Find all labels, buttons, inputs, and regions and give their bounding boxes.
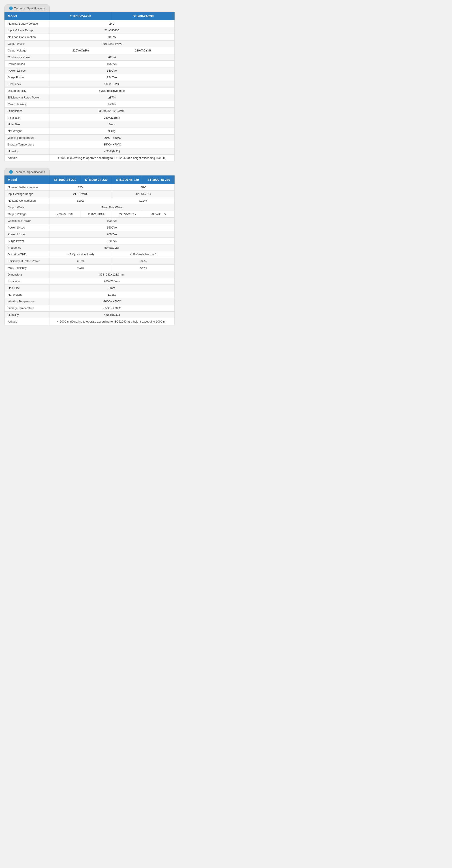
section-2-title: Technical Specifications bbox=[14, 170, 45, 174]
row-value: 230VAC±3% bbox=[143, 211, 174, 218]
row-label: Max. Efficiency bbox=[5, 101, 50, 108]
row-value: -20℃~ +50℃ bbox=[50, 298, 174, 305]
section-1-title: Technical Specifications bbox=[14, 7, 45, 10]
row-value: ≤12W bbox=[112, 197, 174, 204]
table-row: Working Temperature-20℃~ +50℃ bbox=[5, 298, 174, 305]
row-value: < 95%(N.C.) bbox=[50, 148, 174, 155]
row-value: 50Hz±0.2% bbox=[50, 244, 174, 251]
row-label: Frequency bbox=[5, 244, 50, 251]
row-label: Nominal Battery Voltage bbox=[5, 20, 50, 27]
row-label: Input Voltage Range bbox=[5, 27, 50, 34]
table-row: Output WavePure Sine Wave bbox=[5, 40, 174, 47]
row-value: 260×216mm bbox=[50, 278, 174, 285]
row-value: 700VA bbox=[50, 54, 174, 61]
row-value: 335×232×123.3mm bbox=[50, 108, 174, 114]
row-value: ≥93% bbox=[50, 101, 174, 108]
row-value: ≤10W bbox=[50, 197, 112, 204]
table-row: Input Voltage Range21 ~32VDC42 ~64VDC bbox=[5, 191, 174, 197]
table-row: Frequency50Hz±0.2% bbox=[5, 81, 174, 88]
row-value: -20℃~ +50℃ bbox=[50, 134, 174, 141]
row-value: 220VAC±3% bbox=[112, 211, 143, 218]
row-value: 1500VA bbox=[50, 224, 174, 231]
row-label: Dimensions bbox=[5, 108, 50, 114]
table-row: Humidity< 95%(N.C.) bbox=[5, 312, 174, 318]
table-row: Efficiency at Rated Power≥87%≥89% bbox=[5, 258, 174, 265]
row-label: Output Wave bbox=[5, 204, 50, 211]
row-value: ≥94% bbox=[112, 265, 174, 271]
table-header-row-1: Model STI700-24-220 STI700-24-230 bbox=[5, 12, 174, 20]
table-row: Power 10 sec1500VA bbox=[5, 224, 174, 231]
row-label: Storage Temperature bbox=[5, 305, 50, 312]
table-row: Nominal Battery Voltage24V bbox=[5, 20, 174, 27]
row-label: Working Temperature bbox=[5, 298, 50, 305]
table-row: Continuous Power1000VA bbox=[5, 218, 174, 224]
row-value: 24V bbox=[50, 20, 174, 27]
col-header-sti1000-24-220: STI1000-24-220 bbox=[50, 176, 81, 184]
col-header-sti700-24-220: STI700-24-220 bbox=[50, 12, 112, 20]
row-value: 1400VA bbox=[50, 67, 174, 74]
section-1: Technical Specifications Model STI700-24… bbox=[4, 4, 174, 161]
col-header-model-2: Model bbox=[5, 176, 50, 184]
col-header-sti700-24-230: STI700-24-230 bbox=[112, 12, 174, 20]
row-label: Input Voltage Range bbox=[5, 191, 50, 197]
section-2: Technical Specifications Model STI1000-2… bbox=[4, 168, 174, 325]
table-row: Installation230×216mm bbox=[5, 114, 174, 121]
table-row: Power 1.5 sec1400VA bbox=[5, 67, 174, 74]
row-value: 42 ~64VDC bbox=[112, 191, 174, 197]
row-value: 48V bbox=[112, 184, 174, 191]
section-2-header: Technical Specifications bbox=[4, 168, 174, 176]
row-value: Pure Sine Wave bbox=[50, 204, 174, 211]
row-label: Surge Power bbox=[5, 238, 50, 244]
row-value: 220VAC±3% bbox=[50, 211, 81, 218]
col-header-sti1000-48-230: STI1000-48-230 bbox=[143, 176, 174, 184]
table-row: Power 1.5 sec2000VA bbox=[5, 231, 174, 238]
row-label: Storage Temperature bbox=[5, 141, 50, 148]
table-row: Frequency50Hz±0.2% bbox=[5, 244, 174, 251]
row-label: Continuous Power bbox=[5, 54, 50, 61]
row-value: ≥89% bbox=[112, 258, 174, 265]
table-row: Altitude< 5000 m (Derating to operate ac… bbox=[5, 155, 174, 161]
table-row: No Load Consumption≤10W≤12W bbox=[5, 197, 174, 204]
table-row: Max. Efficiency≥93%≥94% bbox=[5, 265, 174, 271]
row-label: Efficiency at Rated Power bbox=[5, 258, 50, 265]
spec-table-2: Model STI1000-24-220 STI1000-24-230 STI1… bbox=[4, 176, 174, 325]
row-label: Frequency bbox=[5, 81, 50, 88]
row-label: Humidity bbox=[5, 312, 50, 318]
section-2-tab: Technical Specifications bbox=[4, 168, 50, 176]
table-row: Input Voltage Range21 ~32VDC bbox=[5, 27, 174, 34]
table-row: Net Weight9.4kg bbox=[5, 128, 174, 134]
row-value: 50Hz±0.2% bbox=[50, 81, 174, 88]
row-label: Output Voltage bbox=[5, 211, 50, 218]
row-value: ≥87% bbox=[50, 94, 174, 101]
section-1-tab: Technical Specifications bbox=[4, 4, 50, 12]
table-row: Max. Efficiency≥93% bbox=[5, 101, 174, 108]
table-row: No Load Consumption≤8.5W bbox=[5, 34, 174, 40]
row-value: 1000VA bbox=[50, 218, 174, 224]
row-label: Net Weight bbox=[5, 128, 50, 134]
table-row: Hole Size8mm bbox=[5, 121, 174, 128]
table-row: Output Voltage220VAC±3%230VAC±3%220VAC±3… bbox=[5, 211, 174, 218]
table-row: Nominal Battery Voltage24V48V bbox=[5, 184, 174, 191]
row-value: 21 ~32VDC bbox=[50, 191, 112, 197]
row-value: Pure Sine Wave bbox=[50, 40, 174, 47]
col-header-model-1: Model bbox=[5, 12, 50, 20]
row-value: -35℃~ +70℃ bbox=[50, 141, 174, 148]
section-1-header: Technical Specifications bbox=[4, 4, 174, 12]
row-value: 21 ~32VDC bbox=[50, 27, 174, 34]
row-value: < 5000 m (Derating to operate according … bbox=[50, 318, 174, 325]
row-value: 1050VA bbox=[50, 61, 174, 67]
col-header-sti1000-48-220: STI1000-48-220 bbox=[112, 176, 143, 184]
table-row: Hole Size8mm bbox=[5, 285, 174, 291]
table-row: Installation260×216mm bbox=[5, 278, 174, 285]
row-value: 11.8kg bbox=[50, 291, 174, 298]
tab-icon-1 bbox=[9, 6, 13, 10]
table-row: Distortion THD≤ 3%( resistive load)≤ 2%(… bbox=[5, 251, 174, 258]
spec-table-1: Model STI700-24-220 STI700-24-230 Nomina… bbox=[4, 12, 174, 161]
table-row: Output Voltage220VAC±3%230VAC±3% bbox=[5, 47, 174, 54]
table-header-row-2: Model STI1000-24-220 STI1000-24-230 STI1… bbox=[5, 176, 174, 184]
row-value: 24V bbox=[50, 184, 112, 191]
row-value: ≥93% bbox=[50, 265, 112, 271]
row-value: ≤8.5W bbox=[50, 34, 174, 40]
row-value: -35℃~ +70℃ bbox=[50, 305, 174, 312]
row-label: Installation bbox=[5, 114, 50, 121]
